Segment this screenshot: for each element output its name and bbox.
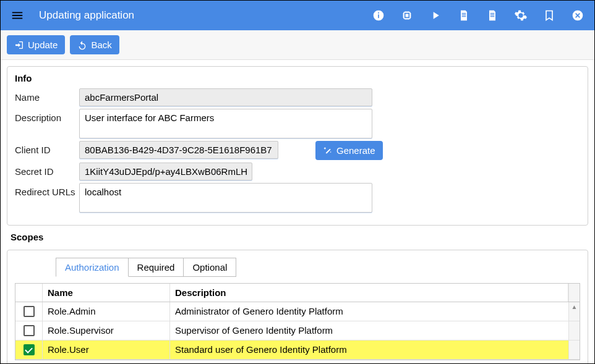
header-toolbar bbox=[372, 9, 584, 22]
svg-rect-2 bbox=[378, 12, 379, 14]
client-id-label: Client ID bbox=[15, 141, 79, 155]
row-description: Supervisor of Genero Identity Platform bbox=[170, 321, 568, 340]
grid-scrollbar-gutter bbox=[568, 284, 580, 302]
action-bar: Update Back bbox=[1, 30, 594, 60]
col-check-header bbox=[15, 284, 43, 302]
table-row[interactable]: Role.SupervisorSupervisor of Genero Iden… bbox=[15, 321, 580, 341]
tab-required[interactable]: Required bbox=[128, 258, 184, 277]
description-label: Description bbox=[15, 109, 79, 123]
row-name: Role.Supervisor bbox=[43, 321, 170, 340]
tab-optional[interactable]: Optional bbox=[183, 258, 236, 277]
row-description: Administrator of Genero Identity Platfor… bbox=[170, 302, 568, 321]
chip-icon bbox=[401, 9, 413, 22]
redirect-field[interactable] bbox=[79, 183, 372, 213]
document-icon bbox=[486, 9, 499, 22]
document-icon bbox=[458, 9, 470, 22]
back-button[interactable]: Back bbox=[70, 35, 119, 54]
row-checkbox[interactable] bbox=[24, 325, 35, 336]
row-description: Standard user of Genero Identity Platfor… bbox=[170, 341, 568, 359]
info-heading: Info bbox=[15, 73, 580, 83]
name-label: Name bbox=[15, 88, 79, 103]
scopes-tabs: Authorization Required Optional bbox=[56, 258, 580, 277]
page-title: Updating application bbox=[39, 9, 372, 22]
grid-scrollbar[interactable]: ▲ bbox=[568, 302, 580, 321]
table-row[interactable]: Role.UserStandard user of Genero Identit… bbox=[15, 341, 580, 360]
secret-id-field[interactable] bbox=[79, 163, 252, 180]
generate-label: Generate bbox=[336, 145, 375, 156]
grid-body: Role.AdminAdministrator of Genero Identi… bbox=[15, 302, 580, 360]
back-icon bbox=[77, 40, 87, 50]
svg-rect-1 bbox=[378, 14, 379, 18]
bookmark-button[interactable] bbox=[542, 9, 556, 22]
row-checkbox-cell bbox=[15, 321, 43, 340]
update-button[interactable]: Update bbox=[7, 35, 65, 54]
scopes-grid: Name Description Role.AdminAdministrator… bbox=[15, 283, 580, 360]
update-label: Update bbox=[28, 40, 58, 50]
info-icon bbox=[372, 9, 385, 22]
description-field[interactable] bbox=[79, 109, 372, 138]
row-name: Role.Admin bbox=[43, 302, 170, 321]
redirect-label: Redirect URLs bbox=[15, 183, 79, 197]
login-icon bbox=[14, 40, 24, 50]
generate-button[interactable]: Generate bbox=[315, 141, 383, 160]
scopes-heading: Scopes bbox=[11, 232, 588, 242]
grid-header: Name Description bbox=[15, 284, 580, 302]
info-panel: Info Name Description Client ID Generate… bbox=[7, 66, 588, 226]
col-desc-header[interactable]: Description bbox=[170, 284, 568, 302]
gear-icon bbox=[514, 9, 528, 22]
grid-scrollbar[interactable] bbox=[568, 321, 580, 340]
row-checkbox-cell bbox=[15, 341, 43, 359]
row-checkbox[interactable] bbox=[24, 344, 35, 355]
grid-scrollbar[interactable] bbox=[568, 341, 580, 359]
doc2-button[interactable] bbox=[486, 9, 499, 22]
client-id-field[interactable] bbox=[79, 141, 278, 159]
menu-button[interactable] bbox=[11, 9, 24, 22]
back-label: Back bbox=[91, 40, 111, 50]
chip-button[interactable] bbox=[400, 9, 414, 22]
info-button[interactable] bbox=[372, 9, 385, 22]
secret-id-label: Secret ID bbox=[15, 163, 79, 177]
bookmark-icon bbox=[543, 9, 555, 22]
doc1-button[interactable] bbox=[457, 9, 471, 22]
hamburger-icon bbox=[11, 9, 24, 22]
row-name: Role.User bbox=[43, 341, 170, 359]
wand-icon bbox=[323, 146, 333, 156]
scopes-section: Scopes Authorization Required Optional N… bbox=[1, 232, 594, 364]
table-row[interactable]: Role.AdminAdministrator of Genero Identi… bbox=[15, 302, 580, 321]
svg-rect-4 bbox=[406, 14, 409, 17]
play-icon bbox=[429, 9, 442, 22]
name-field[interactable] bbox=[79, 88, 372, 106]
tab-authorization[interactable]: Authorization bbox=[56, 258, 129, 277]
close-icon bbox=[571, 9, 584, 22]
col-name-header[interactable]: Name bbox=[43, 284, 170, 302]
settings-button[interactable] bbox=[514, 9, 528, 22]
row-checkbox[interactable] bbox=[24, 306, 35, 317]
close-button[interactable] bbox=[571, 9, 584, 22]
row-checkbox-cell bbox=[15, 302, 43, 321]
run-button[interactable] bbox=[429, 9, 442, 22]
app-header: Updating application bbox=[1, 1, 594, 30]
scopes-panel: Authorization Required Optional Name Des… bbox=[7, 250, 588, 364]
